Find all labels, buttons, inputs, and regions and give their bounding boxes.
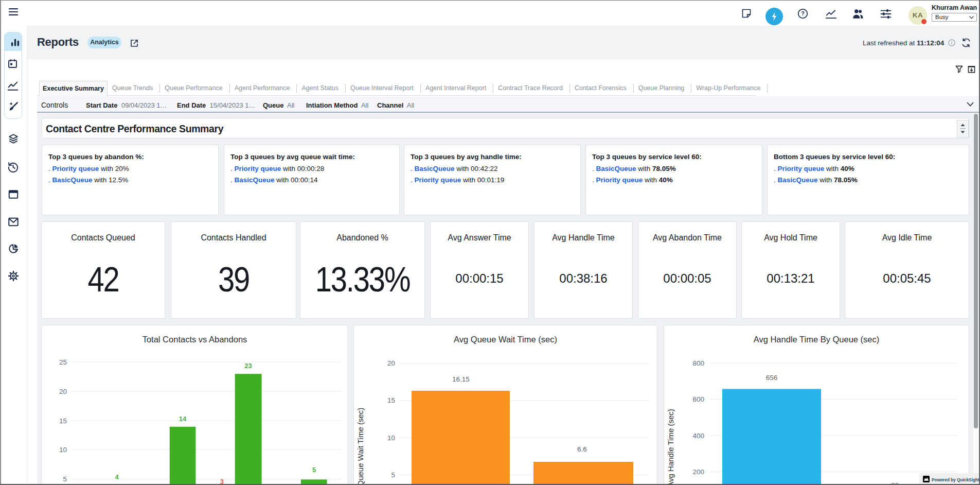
svg-text:15: 15 [387,396,395,404]
svg-text:656: 656 [766,374,778,382]
svg-text:?: ? [801,10,805,16]
svg-text:200: 200 [692,468,704,476]
svg-text:23: 23 [244,362,252,370]
svg-text:5: 5 [391,471,395,479]
svg-text:20: 20 [387,359,395,367]
svg-text:Avg Handle Time (sec): Avg Handle Time (sec) [666,409,675,484]
svg-text:6.6: 6.6 [577,445,587,453]
svg-text:10: 10 [59,446,67,454]
svg-text:400: 400 [692,432,704,440]
svg-text:Avg Queue Wait Time (sec): Avg Queue Wait Time (sec) [356,408,365,484]
svg-text:25: 25 [59,358,67,366]
svg-text:800: 800 [692,359,704,367]
svg-text:16.15: 16.15 [452,375,470,383]
svg-text:10: 10 [387,434,395,442]
svg-text:20: 20 [59,388,67,395]
svg-text:600: 600 [692,395,704,403]
svg-text:5: 5 [63,475,67,483]
svg-text:3: 3 [220,478,224,485]
svg-text:15: 15 [59,417,67,425]
svg-text:4: 4 [115,473,119,481]
svg-text:5: 5 [312,466,316,474]
svg-text:14: 14 [179,415,187,423]
